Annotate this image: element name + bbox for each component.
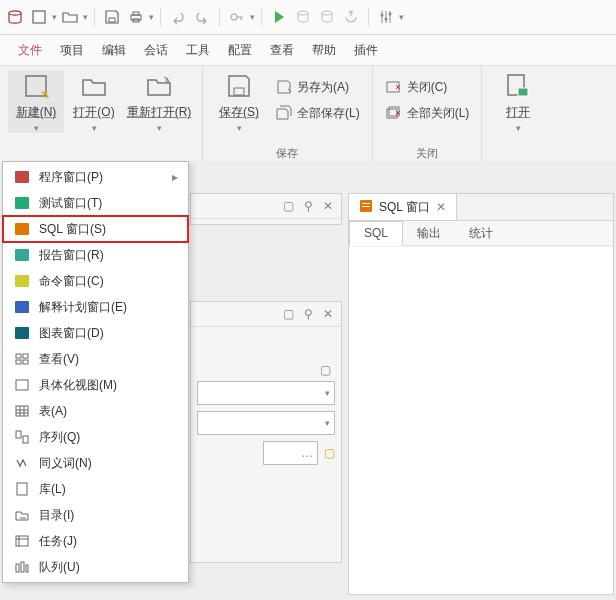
ribbon-open2[interactable]: 打开 ▾ [490,70,546,133]
menu-view[interactable]: 查看 [270,42,294,59]
svg-rect-13 [234,88,244,95]
svg-rect-37 [17,483,27,495]
ribbon-save-all[interactable]: 全部保存(L) [271,102,364,124]
program-window-icon [13,168,31,186]
chevron-down-icon[interactable]: ▾ [250,12,255,22]
close-icon[interactable]: ✕ [323,307,333,321]
label: 另存为(A) [297,79,349,96]
doc-tab-sql-window[interactable]: SQL 窗口 ✕ [349,194,457,220]
ctx-library[interactable]: 库(L) [3,476,188,502]
label: 报告窗口(R) [39,247,104,264]
report-window-icon [13,246,31,264]
ctx-materialized-view[interactable]: 具体化视图(M) [3,372,188,398]
svg-rect-30 [23,354,28,358]
label: 任务(J) [39,533,77,550]
ctx-chart-window[interactable]: 图表窗口(D) [3,320,188,346]
combo-1[interactable]: ▾ [197,381,335,405]
sql-window-icon [13,220,31,238]
run-icon[interactable] [268,6,290,28]
svg-rect-34 [16,406,28,416]
restore-icon[interactable]: ▢ [283,307,294,321]
chevron-down-icon[interactable]: ▾ [399,12,404,22]
sub-tab-sql[interactable]: SQL [349,221,403,246]
menu-session[interactable]: 会话 [144,42,168,59]
svg-point-0 [9,11,21,15]
label: 目录(I) [39,507,74,524]
menu-file[interactable]: 文件 [18,42,42,59]
ctx-command-window[interactable]: 命令窗口(C) [3,268,188,294]
toolbar: ▾ ▾ ▾ ▾ ▾ [0,0,616,35]
ribbon-new[interactable]: 新建(N) ▾ [8,70,64,133]
ribbon-save-as[interactable]: 另存为(A) [271,76,364,98]
menu-config[interactable]: 配置 [228,42,252,59]
key-icon[interactable] [226,6,248,28]
svg-rect-24 [15,223,29,235]
open-folder-icon[interactable] [59,6,81,28]
db-rollback-icon[interactable] [316,6,338,28]
panel-header: ▢ ⚲ ✕ [191,194,341,219]
synonym-icon [13,454,31,472]
ctx-view[interactable]: 查看(V) [3,346,188,372]
close-icon [385,78,403,96]
ctx-report-window[interactable]: 报告窗口(R) [3,242,188,268]
label: 表(A) [39,403,67,420]
ctx-queue[interactable]: 队列(U) [3,554,188,580]
menu-edit[interactable]: 编辑 [102,42,126,59]
ribbon-open[interactable]: 打开(O) ▾ [66,70,122,133]
sliders-icon[interactable] [375,6,397,28]
stop-icon[interactable] [340,6,362,28]
ctx-directory[interactable]: 目录(I) [3,502,188,528]
restore-icon[interactable]: ▢ [283,199,294,213]
save-icon[interactable] [101,6,123,28]
combo-2[interactable]: ▾ [197,411,335,435]
sub-tab-stats[interactable]: 统计 [455,221,507,245]
ctx-sql-window[interactable]: SQL 窗口(S) [3,216,188,242]
sub-tab-output[interactable]: 输出 [403,221,455,245]
ctx-sequence[interactable]: 序列(Q) [3,424,188,450]
label: 序列(Q) [39,429,80,446]
label: 全部关闭(L) [407,105,470,122]
menu-tools[interactable]: 工具 [186,42,210,59]
svg-rect-22 [15,171,29,183]
ctx-jobs[interactable]: 任务(J) [3,528,188,554]
ribbon-reopen[interactable]: 重新打开(R) ▾ [124,70,194,133]
print-icon[interactable] [125,6,147,28]
chevron-down-icon[interactable]: ▾ [52,12,57,22]
side-panel-1: ▢ ⚲ ✕ [190,193,342,225]
svg-rect-29 [16,354,21,358]
close-icon[interactable]: ✕ [436,200,446,214]
new-doc-icon[interactable] [28,6,50,28]
ctx-explain-window[interactable]: 解释计划窗口(E) [3,294,188,320]
undo-icon[interactable] [167,6,189,28]
ctx-program-window[interactable]: 程序窗口(P)▸ [3,164,188,190]
ribbon-save[interactable]: 保存(S) ▾ [211,70,267,133]
db-icon[interactable] [4,6,26,28]
ctx-test-window[interactable]: 测试窗口(T) [3,190,188,216]
menu-help[interactable]: 帮助 [312,42,336,59]
redo-icon[interactable] [191,6,213,28]
close-icon[interactable]: ✕ [323,199,333,213]
ctx-synonym[interactable]: 同义词(N) [3,450,188,476]
svg-rect-41 [26,565,28,572]
pin-icon[interactable]: ⚲ [304,307,313,321]
svg-rect-4 [133,12,139,15]
ribbon-open-label: 打开(O) [73,104,114,121]
sql-editor[interactable] [349,246,613,594]
svg-rect-27 [15,301,29,313]
chevron-down-icon[interactable]: ▾ [83,12,88,22]
small-new-icon[interactable]: ▢ [320,363,331,377]
pin-icon[interactable]: ⚲ [304,199,313,213]
ribbon-new-label: 新建(N) [16,104,57,121]
ribbon-close[interactable]: 关闭(C) [381,76,474,98]
ctx-table[interactable]: 表(A) [3,398,188,424]
menu-plugin[interactable]: 插件 [354,42,378,59]
chevron-down-icon[interactable]: ▾ [149,12,154,22]
label: 关闭(C) [407,79,448,96]
document-tabs: SQL 窗口 ✕ [349,194,613,221]
new-small-icon[interactable]: ▢ [324,446,335,460]
menu-project[interactable]: 项目 [60,42,84,59]
svg-rect-39 [16,564,19,572]
ribbon-close-all[interactable]: 全部关闭(L) [381,102,474,124]
side-panel-2: ▢ ⚲ ✕ ▢ ▾ ▾ … ▢ [190,301,342,563]
db-commit-icon[interactable] [292,6,314,28]
